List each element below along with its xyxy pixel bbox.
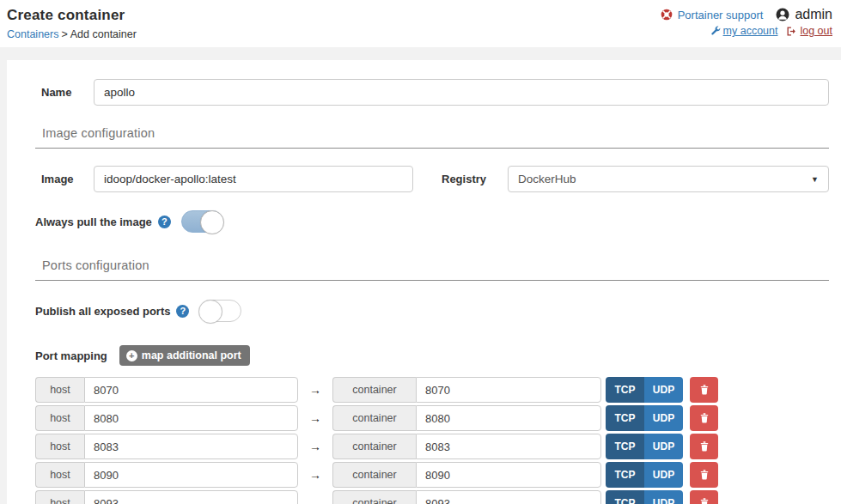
arrow-right-icon: →: [298, 496, 332, 504]
always-pull-label: Always pull the image: [35, 216, 152, 228]
name-label: Name: [35, 86, 94, 99]
port-mapping-row: host → container TCP UDP: [35, 490, 829, 504]
create-container-form: Name Image configuration Image Registry …: [7, 60, 841, 504]
my-account-label: my account: [723, 25, 778, 37]
port-mapping-row: host → container TCP UDP: [35, 377, 829, 403]
arrow-right-icon: →: [298, 383, 332, 397]
trash-icon: [698, 469, 710, 481]
toggle-knob: [200, 210, 224, 234]
publish-all-label: Publish all exposed ports: [35, 305, 170, 318]
delete-port-button[interactable]: [690, 377, 718, 403]
publish-all-row: Publish all exposed ports ?: [35, 300, 829, 322]
host-addon-label: host: [35, 462, 84, 488]
chevron-down-icon: ▼: [811, 175, 819, 184]
image-label: Image: [35, 173, 94, 185]
host-port-input[interactable]: [84, 377, 298, 403]
trash-icon: [698, 440, 710, 452]
breadcrumb: Containers>Add container: [7, 28, 137, 40]
image-configuration-heading: Image configuration: [35, 126, 829, 149]
tcp-button[interactable]: TCP: [606, 434, 644, 459]
registry-label: Registry: [442, 173, 508, 185]
publish-all-toggle[interactable]: [199, 300, 241, 322]
container-addon-label: container: [332, 377, 416, 403]
arrow-right-icon: →: [298, 440, 332, 453]
ports-configuration-heading: Ports configuration: [35, 258, 829, 281]
tcp-button[interactable]: TCP: [606, 462, 644, 488]
delete-port-button[interactable]: [690, 490, 718, 504]
breadcrumb-containers-link[interactable]: Containers: [7, 28, 58, 40]
help-icon: ?: [158, 216, 171, 228]
trash-icon: [698, 384, 710, 396]
container-addon-label: container: [332, 434, 416, 459]
page-title: Create container: [7, 7, 137, 24]
port-mapping-row: host → container TCP UDP: [35, 405, 829, 431]
registry-select[interactable]: DockerHub ▼: [508, 166, 829, 192]
container-addon-label: container: [332, 462, 416, 488]
trash-icon: [698, 412, 710, 424]
name-input[interactable]: [94, 79, 829, 106]
container-port-input[interactable]: [416, 377, 601, 403]
udp-button[interactable]: UDP: [644, 377, 683, 403]
breadcrumb-separator: >: [61, 28, 67, 40]
my-account-link[interactable]: my account: [710, 25, 778, 37]
port-mapping-row: host → container TCP UDP: [35, 462, 829, 488]
plus-circle-icon: +: [126, 350, 137, 361]
container-addon-label: container: [332, 405, 416, 431]
user-menu[interactable]: admin: [775, 7, 832, 22]
port-mapping-head: Port mapping + map additional port: [35, 345, 829, 366]
udp-button[interactable]: UDP: [644, 462, 683, 488]
tcp-button[interactable]: TCP: [606, 377, 644, 403]
life-ring-icon: [660, 8, 673, 21]
delete-port-button[interactable]: [690, 462, 718, 488]
container-addon-label: container: [332, 490, 416, 504]
trash-icon: [698, 497, 710, 504]
portainer-support-link[interactable]: Portainer support: [660, 8, 764, 21]
udp-button[interactable]: UDP: [644, 490, 683, 504]
username-label: admin: [795, 7, 832, 22]
host-addon-label: host: [35, 377, 84, 403]
registry-selected-value: DockerHub: [518, 173, 576, 185]
user-circle-icon: [775, 7, 790, 22]
portainer-support-label: Portainer support: [678, 9, 764, 21]
always-pull-toggle[interactable]: [181, 210, 223, 233]
container-port-input[interactable]: [416, 405, 601, 431]
host-port-input[interactable]: [84, 434, 298, 459]
container-port-input[interactable]: [416, 490, 601, 504]
log-out-label: log out: [800, 25, 832, 37]
host-port-input[interactable]: [84, 462, 298, 488]
host-addon-label: host: [35, 434, 84, 459]
image-input[interactable]: [94, 166, 413, 192]
port-mapping-rows: host → container TCP UDP: [35, 377, 829, 504]
image-row: Image Registry DockerHub ▼: [35, 166, 829, 192]
always-pull-row: Always pull the image ?: [35, 210, 829, 233]
name-row: Name: [35, 79, 829, 106]
log-out-link[interactable]: log out: [786, 25, 832, 37]
help-icon: ?: [176, 305, 189, 318]
log-out-icon: [786, 26, 797, 37]
port-mapping-label: Port mapping: [35, 349, 107, 362]
port-mapping-row: host → container TCP UDP: [35, 434, 829, 459]
arrow-right-icon: →: [298, 411, 332, 425]
tcp-button[interactable]: TCP: [606, 405, 644, 431]
page-content: Name Image configuration Image Registry …: [0, 47, 841, 504]
container-port-input[interactable]: [416, 462, 601, 488]
container-port-input[interactable]: [416, 434, 601, 459]
udp-button[interactable]: UDP: [644, 434, 683, 459]
host-addon-label: host: [35, 405, 84, 431]
breadcrumb-current: Add container: [70, 28, 137, 40]
wrench-icon: [710, 26, 721, 36]
host-port-input[interactable]: [84, 490, 298, 504]
page-header: Create container Containers>Add containe…: [0, 0, 841, 47]
map-additional-port-label: map additional port: [142, 349, 241, 361]
arrow-right-icon: →: [298, 468, 332, 482]
udp-button[interactable]: UDP: [644, 405, 683, 431]
host-port-input[interactable]: [84, 405, 298, 431]
host-addon-label: host: [35, 490, 84, 504]
delete-port-button[interactable]: [690, 405, 718, 431]
delete-port-button[interactable]: [690, 434, 718, 459]
tcp-button[interactable]: TCP: [606, 490, 644, 504]
map-additional-port-button[interactable]: + map additional port: [119, 345, 250, 366]
toggle-knob: [198, 300, 222, 324]
